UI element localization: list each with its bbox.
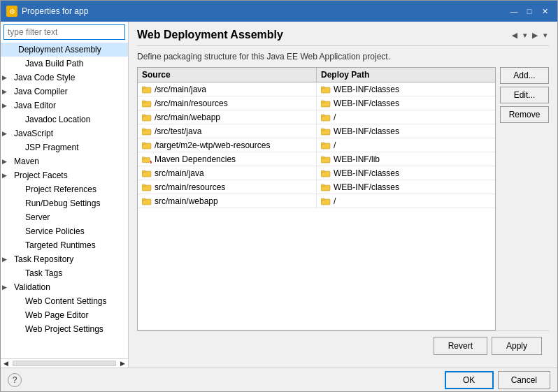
source-folder-icon (142, 127, 152, 136)
panel-title-text: Web Deployment Assembly (137, 29, 283, 41)
main-window: ⚙ Properties for app — □ ✕ Deployment As… (0, 0, 558, 392)
edit-button[interactable]: Edit... (500, 87, 549, 103)
tree-item[interactable]: ▶Java Code Style (1, 71, 128, 85)
deploy-path-cell: WEB-INF/classes (317, 124, 495, 138)
tree-item[interactable]: ▶Java Editor (1, 99, 128, 112)
svg-rect-9 (142, 115, 145, 117)
source-text: Maven Dependencies (155, 154, 236, 164)
table-row[interactable]: /src/test/java WEB-INF/classes (138, 124, 495, 138)
source-cell: /src/main/resources (138, 96, 317, 110)
expand-arrow: ▶ (2, 74, 12, 81)
svg-rect-34 (142, 198, 145, 201)
title-bar-left: ⚙ Properties for app (6, 6, 88, 17)
tree-item[interactable]: Java Build Path (1, 57, 128, 71)
tree-item[interactable]: ▶Task Repository (1, 252, 128, 266)
table-row[interactable]: /src/main/java WEB-INF/classes (138, 82, 495, 96)
cancel-button[interactable]: Cancel (498, 371, 550, 389)
source-folder-icon: M (142, 155, 152, 164)
source-cell: src/main/resources (138, 180, 317, 194)
nav-forward-button[interactable]: ▶ (530, 31, 540, 40)
ok-button[interactable]: OK (445, 371, 494, 389)
remove-button[interactable]: Remove (500, 106, 549, 123)
svg-rect-21 (142, 157, 145, 159)
nav-dropdown-button[interactable]: ▾ (521, 31, 529, 40)
scroll-right-arrow[interactable]: ▶ (117, 359, 128, 368)
table-row[interactable]: /target/m2e-wtp/web-resources / (138, 138, 495, 152)
add-button[interactable]: Add... (500, 67, 549, 84)
tree-item-label: Server (25, 212, 50, 222)
source-folder-icon (142, 85, 152, 94)
table-row[interactable]: /src/main/webapp / (138, 110, 495, 124)
deploy-path-text: WEB-INF/classes (334, 168, 399, 178)
expand-arrow: ▶ (2, 172, 12, 179)
deploy-path-cell: / (317, 110, 495, 124)
apply-button[interactable]: Apply (492, 337, 542, 355)
tree-item[interactable]: Deployment Assembly (1, 43, 128, 57)
table-row[interactable]: src/main/resources WEB-INF/classes (138, 180, 495, 194)
tree-item[interactable]: Web Content Settings (1, 294, 128, 308)
tree-item-label: Java Build Path (25, 59, 83, 68)
nav-back-button[interactable]: ◀ (510, 31, 520, 40)
nav-dropdown2-button[interactable]: ▾ (541, 31, 549, 40)
tree-item[interactable]: ▶Java Compiler (1, 85, 128, 99)
deploy-path-cell: / (317, 138, 495, 152)
minimize-button[interactable]: — (507, 5, 521, 17)
tree-item[interactable]: JSP Fragment (1, 140, 128, 154)
tree-item[interactable]: ▶Validation (1, 280, 128, 294)
svg-rect-15 (321, 129, 324, 131)
tree-item[interactable]: Service Policies (1, 224, 128, 238)
svg-rect-7 (321, 101, 324, 103)
tree-item-label: Project References (25, 184, 96, 194)
tree-item[interactable]: Server (1, 210, 128, 224)
maximize-button[interactable]: □ (522, 5, 536, 17)
expand-arrow: ▶ (2, 88, 12, 95)
table-row[interactable]: src/main/webapp / (138, 194, 495, 208)
source-cell: /src/test/java (138, 124, 317, 138)
svg-rect-36 (321, 198, 324, 201)
apply-bar: Revert Apply (137, 331, 549, 361)
deploy-path-text: WEB-INF/classes (334, 126, 399, 136)
tree-item-label: Web Content Settings (25, 296, 107, 306)
deploy-path-cell: WEB-INF/classes (317, 166, 495, 180)
table-row[interactable]: M Maven Dependencies WEB-INF/lib (138, 152, 495, 166)
deploy-path-cell: WEB-INF/lib (317, 152, 495, 166)
tree-item[interactable]: Web Project Settings (1, 322, 128, 336)
deploy-path-cell: / (317, 194, 495, 208)
deploy-path-text: WEB-INF/classes (334, 99, 399, 108)
tree-item[interactable]: Task Tags (1, 266, 128, 280)
revert-button[interactable]: Revert (434, 337, 487, 355)
deploy-folder-icon (321, 113, 331, 122)
deploy-path-header: Deploy Path (317, 68, 495, 82)
deploy-folder-icon (321, 155, 331, 164)
table-row[interactable]: src/main/java WEB-INF/classes (138, 166, 495, 180)
close-button[interactable]: ✕ (538, 5, 552, 17)
tree-item-label: Web Project Settings (25, 324, 103, 334)
filter-input[interactable] (3, 24, 125, 40)
tree-item[interactable]: Run/Debug Settings (1, 196, 128, 210)
source-folder-icon (142, 169, 152, 177)
scroll-track[interactable] (13, 361, 116, 366)
source-folder-icon (142, 183, 152, 191)
tree-item-label: Java Code Style (14, 73, 75, 82)
table-row[interactable]: /src/main/resources WEB-INF/classes (138, 96, 495, 110)
left-panel: Deployment AssemblyJava Build Path▶Java … (1, 22, 129, 368)
tree-item[interactable]: ▶JavaScript (1, 126, 128, 140)
window-title: Properties for app (22, 6, 88, 16)
scroll-left-arrow[interactable]: ◀ (1, 359, 11, 368)
tree-item[interactable]: Web Page Editor (1, 308, 128, 322)
tree-item-label: Deployment Assembly (18, 45, 101, 55)
tree-item[interactable]: ▶Project Facets (1, 168, 128, 182)
svg-rect-19 (321, 143, 324, 145)
svg-rect-1 (142, 87, 145, 89)
deploy-path-cell: WEB-INF/classes (317, 96, 495, 110)
tree-item-label: Task Tags (25, 268, 62, 278)
svg-rect-17 (142, 143, 145, 145)
tree-item[interactable]: Targeted Runtimes (1, 238, 128, 252)
expand-arrow: ▶ (2, 256, 12, 263)
tree-item[interactable]: ▶Maven (1, 154, 128, 168)
tree-item[interactable]: Project References (1, 182, 128, 196)
tree-item[interactable]: Javadoc Location (1, 112, 128, 126)
help-button[interactable]: ? (8, 373, 22, 387)
source-folder-icon (142, 141, 152, 150)
tree-item-label: JavaScript (14, 129, 53, 138)
